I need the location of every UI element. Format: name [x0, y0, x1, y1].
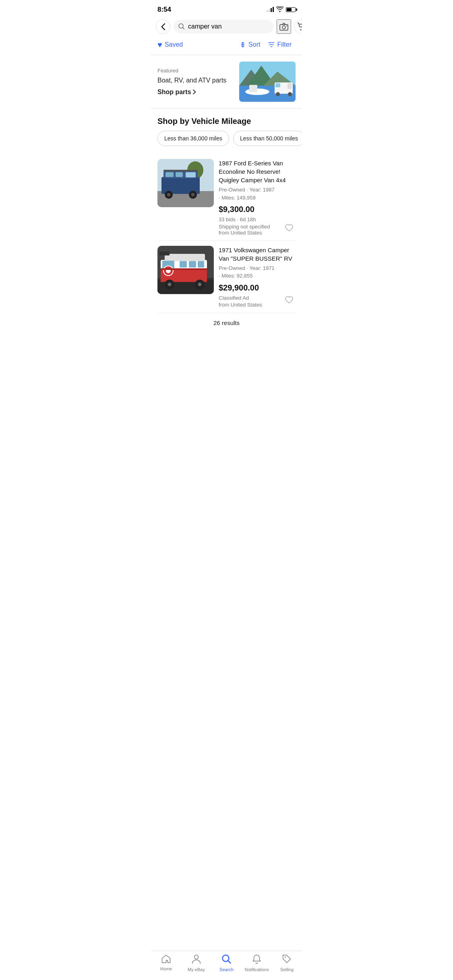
back-button[interactable] — [156, 19, 170, 34]
search-bar-row — [151, 17, 302, 38]
featured-label: Featured — [157, 68, 234, 74]
mileage-chip-50k[interactable]: Less than 50,000 miles — [233, 131, 302, 146]
saved-button[interactable]: ♥ Saved — [157, 40, 183, 49]
search-icon — [178, 23, 185, 30]
svg-point-19 — [276, 92, 280, 96]
listing-image-vw — [157, 246, 214, 294]
status-icons — [267, 6, 296, 13]
listing-title-1: 1987 Ford E-Series Van Econoline No Rese… — [219, 159, 296, 184]
featured-scene — [239, 62, 296, 102]
cart-icon — [297, 22, 302, 31]
filter-label: Filter — [277, 41, 292, 48]
listing-thumbnail-1 — [157, 159, 214, 207]
signal-icon — [267, 7, 274, 12]
listing-meta-2: Pre-Owned · Year: 1971· Miles: 92,855 — [219, 264, 296, 280]
svg-point-0 — [179, 24, 183, 28]
listing-price-1: $9,300.00 — [219, 205, 296, 214]
featured-image — [239, 62, 296, 102]
svg-rect-27 — [165, 172, 174, 177]
chevron-right-icon — [193, 89, 196, 95]
mileage-chips: Less than 36,000 miles Less than 50,000 … — [151, 131, 302, 154]
save-listing-button-1[interactable] — [283, 221, 296, 234]
status-bar: 8:54 — [151, 0, 302, 17]
svg-rect-55 — [161, 268, 207, 270]
filter-button[interactable]: Filter — [264, 39, 296, 50]
results-count: 26 results — [151, 313, 302, 333]
save-listing-button-2[interactable] — [283, 293, 296, 306]
featured-text: Featured Boat, RV, and ATV parts Shop pa… — [157, 62, 234, 102]
svg-point-3 — [286, 25, 287, 26]
search-input-wrapper[interactable] — [174, 20, 273, 33]
listing-thumbnail-2 — [157, 246, 214, 294]
battery-icon — [286, 7, 296, 12]
svg-point-4 — [300, 29, 302, 31]
sort-button[interactable]: Sort — [236, 39, 264, 50]
listings-container: 1987 Ford E-Series Van Econoline No Rese… — [151, 154, 302, 313]
listing-price-2: $29,900.00 — [219, 283, 296, 292]
listing-title-2: 1971 Volkswagen Camper Van "SUPER BUSSER… — [219, 246, 296, 263]
featured-banner: Featured Boat, RV, and ATV parts Shop pa… — [151, 55, 302, 108]
search-input[interactable] — [188, 23, 269, 30]
svg-rect-44 — [189, 261, 196, 268]
svg-rect-15 — [249, 85, 257, 92]
featured-title: Boat, RV, and ATV parts — [157, 76, 234, 85]
svg-point-33 — [191, 193, 194, 196]
svg-rect-29 — [186, 172, 196, 177]
cart-button[interactable] — [294, 19, 302, 34]
filter-row: ♥ Saved Sort Filter — [151, 38, 302, 55]
status-time: 8:54 — [157, 6, 171, 14]
svg-rect-17 — [275, 83, 280, 87]
filter-icon — [268, 42, 275, 47]
shop-parts-link[interactable]: Shop parts — [157, 89, 234, 96]
svg-point-2 — [282, 26, 285, 29]
listing-image-ford — [157, 159, 214, 207]
svg-rect-43 — [180, 261, 187, 268]
saved-label: Saved — [165, 41, 183, 48]
svg-point-31 — [167, 193, 170, 196]
svg-point-20 — [288, 92, 292, 96]
mileage-chip-36k[interactable]: Less than 36,000 miles — [157, 131, 229, 146]
shop-parts-label: Shop parts — [157, 89, 191, 96]
camera-icon — [279, 23, 288, 31]
svg-rect-28 — [176, 172, 183, 177]
sort-icon — [240, 41, 246, 48]
wifi-icon — [276, 6, 283, 13]
listing-item: 1987 Ford E-Series Van Econoline No Rese… — [157, 154, 296, 241]
svg-rect-34 — [163, 170, 198, 171]
svg-point-54 — [199, 284, 201, 285]
listing-meta-1: Pre-Owned · Year: 1987· Miles: 149,959 — [219, 186, 296, 202]
camera-button[interactable] — [277, 19, 291, 34]
mileage-section-title: Shop by Vehicle Mileage — [151, 109, 302, 131]
saved-heart-icon: ♥ — [157, 40, 162, 49]
shop-by-mileage-section: Shop by Vehicle Mileage Less than 36,000… — [151, 109, 302, 154]
sort-label: Sort — [248, 41, 260, 48]
svg-rect-45 — [198, 261, 204, 268]
svg-point-51 — [169, 284, 170, 285]
listing-item: 1971 Volkswagen Camper Van "SUPER BUSSER… — [157, 241, 296, 313]
svg-rect-41 — [165, 254, 205, 261]
svg-rect-18 — [288, 83, 292, 89]
svg-rect-48 — [159, 251, 170, 255]
